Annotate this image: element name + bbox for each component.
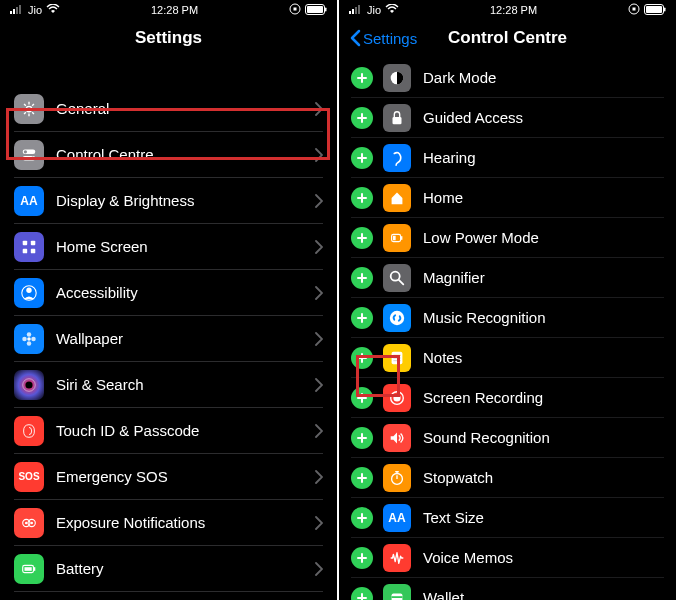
settings-row-siri[interactable]: Siri & Search (14, 362, 323, 408)
stopwatch-icon (383, 464, 411, 492)
control-row-wallet: Wallet (351, 578, 664, 600)
chevron-right-icon (315, 562, 323, 576)
wallpaper-icon (14, 324, 44, 354)
back-button[interactable]: Settings (349, 29, 417, 47)
add-button-guided-access[interactable] (351, 107, 373, 129)
add-button-magnifier[interactable] (351, 267, 373, 289)
svg-point-23 (27, 341, 32, 346)
row-label: Display & Brightness (56, 192, 315, 209)
add-button-sound-recognition[interactable] (351, 427, 373, 449)
add-button-home[interactable] (351, 187, 373, 209)
row-label: Low Power Mode (423, 229, 664, 246)
carrier-label: Jio (28, 4, 42, 16)
display-icon: AA (14, 186, 44, 216)
control-row-screen-recording: Screen Recording (351, 378, 664, 418)
dark-mode-icon (383, 64, 411, 92)
svg-point-24 (22, 336, 27, 341)
touchid-icon (14, 416, 44, 446)
add-button-low-power[interactable] (351, 227, 373, 249)
control-centre-screen: Jio 12:28 PM Settings Control Centre Dar… (339, 0, 676, 600)
general-icon (14, 94, 44, 124)
svg-line-49 (399, 279, 404, 284)
chevron-left-icon (349, 29, 361, 47)
settings-row-sos[interactable]: SOS Emergency SOS (14, 454, 323, 500)
svg-rect-2 (16, 7, 18, 14)
sound-recognition-icon (383, 424, 411, 452)
settings-row-privacy[interactable]: Privacy (14, 592, 323, 600)
svg-rect-46 (401, 236, 402, 240)
battery-icon (14, 554, 44, 584)
control-centre-icon (14, 140, 44, 170)
svg-rect-34 (349, 11, 351, 14)
settings-row-display[interactable]: AA Display & Brightness (14, 178, 323, 224)
row-label: Stopwatch (423, 469, 664, 486)
screen-recording-icon (383, 384, 411, 412)
svg-rect-44 (393, 117, 402, 124)
status-bar: Jio 12:28 PM (339, 0, 676, 20)
row-label: Hearing (423, 149, 664, 166)
svg-point-9 (26, 106, 31, 111)
row-label: Sound Recognition (423, 429, 664, 446)
siri-icon (14, 370, 44, 400)
low-power-icon (383, 224, 411, 252)
exposure-icon (14, 508, 44, 538)
settings-row-general[interactable]: General (14, 86, 323, 132)
row-label: Dark Mode (423, 69, 664, 86)
chevron-right-icon (315, 332, 323, 346)
svg-rect-62 (392, 596, 403, 598)
settings-row-touchid[interactable]: Touch ID & Passcode (14, 408, 323, 454)
add-button-text-size[interactable] (351, 507, 373, 529)
control-row-sound-recognition: Sound Recognition (351, 418, 664, 458)
settings-row-exposure[interactable]: Exposure Notifications (14, 500, 323, 546)
svg-rect-37 (358, 5, 360, 14)
add-button-notes[interactable] (351, 347, 373, 369)
svg-rect-32 (34, 567, 35, 571)
settings-row-battery[interactable]: Battery (14, 546, 323, 592)
add-button-voice-memos[interactable] (351, 547, 373, 569)
control-row-magnifier: Magnifier (351, 258, 664, 298)
row-label: Siri & Search (56, 376, 315, 393)
svg-rect-8 (325, 7, 327, 11)
svg-point-21 (27, 332, 32, 337)
row-label: Home (423, 189, 664, 206)
accessibility-icon (14, 278, 44, 308)
row-label: Exposure Notifications (56, 514, 315, 531)
control-row-home: Home (351, 178, 664, 218)
add-button-screen-recording[interactable] (351, 387, 373, 409)
add-button-dark-mode[interactable] (351, 67, 373, 89)
control-row-guided-access: Guided Access (351, 98, 664, 138)
settings-row-home-screen[interactable]: Home Screen (14, 224, 323, 270)
control-row-low-power: Low Power Mode (351, 218, 664, 258)
page-title: Settings (0, 28, 337, 48)
svg-rect-36 (355, 7, 357, 14)
add-button-stopwatch[interactable] (351, 467, 373, 489)
row-label: Emergency SOS (56, 468, 315, 485)
voice-memos-icon (383, 544, 411, 572)
row-label: Magnifier (423, 269, 664, 286)
row-label: Accessibility (56, 284, 315, 301)
sos-icon: SOS (14, 462, 44, 492)
chevron-right-icon (315, 424, 323, 438)
row-label: Music Recognition (423, 309, 664, 326)
settings-row-wallpaper[interactable]: Wallpaper (14, 316, 323, 362)
svg-rect-0 (10, 11, 12, 14)
svg-rect-3 (19, 5, 21, 14)
add-button-music-recognition[interactable] (351, 307, 373, 329)
settings-row-control-centre[interactable]: Control Centre (14, 132, 323, 178)
settings-row-accessibility[interactable]: Accessibility (14, 270, 323, 316)
add-button-wallet[interactable] (351, 587, 373, 601)
svg-point-26 (25, 381, 32, 388)
add-button-hearing[interactable] (351, 147, 373, 169)
svg-rect-47 (393, 235, 396, 240)
control-row-dark-mode: Dark Mode (351, 58, 664, 98)
svg-point-56 (393, 394, 400, 401)
nav-bar: Settings (0, 20, 337, 56)
control-row-notes: Notes (351, 338, 664, 378)
signal-icon (349, 4, 363, 16)
music-recognition-icon (383, 304, 411, 332)
svg-point-50 (390, 310, 404, 324)
row-label: Battery (56, 560, 315, 577)
svg-rect-14 (23, 240, 28, 245)
chevron-right-icon (315, 286, 323, 300)
status-time: 12:28 PM (151, 4, 198, 16)
